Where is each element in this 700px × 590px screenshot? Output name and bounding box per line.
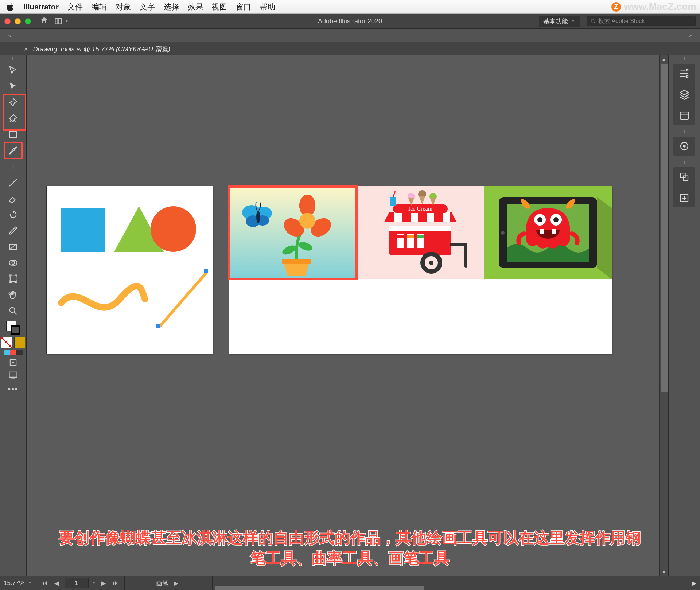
asset-export-icon[interactable] bbox=[678, 191, 691, 204]
orange-circle-shape bbox=[151, 206, 196, 252]
panel-grip[interactable] bbox=[677, 57, 692, 60]
window-zoom-button[interactable] bbox=[25, 18, 31, 24]
panel-grip[interactable] bbox=[6, 57, 20, 60]
svg-rect-45 bbox=[407, 235, 414, 238]
zoom-value: 15.77% bbox=[4, 579, 25, 587]
stroke-swatch[interactable] bbox=[11, 325, 20, 335]
home-button[interactable] bbox=[40, 16, 48, 27]
app-menu[interactable]: Illustrator bbox=[23, 3, 59, 11]
window-close-button[interactable] bbox=[4, 18, 11, 24]
eyedropper-tool[interactable] bbox=[4, 223, 22, 239]
line-segment-tool[interactable] bbox=[4, 175, 22, 191]
svg-rect-64 bbox=[680, 112, 689, 119]
svg-rect-67 bbox=[681, 173, 685, 178]
vertical-scrollbar[interactable]: ▲ ▼ bbox=[659, 55, 668, 576]
canvas[interactable]: Ice Cream bbox=[27, 55, 668, 576]
window-controls bbox=[4, 18, 31, 24]
artboard-index-input[interactable] bbox=[65, 578, 89, 588]
zoom-control[interactable]: 15.77% bbox=[0, 576, 36, 590]
select-menu[interactable]: 选择 bbox=[164, 2, 179, 12]
svg-point-59 bbox=[553, 217, 559, 222]
panel-grip[interactable] bbox=[677, 161, 692, 164]
apple-menu-icon[interactable] bbox=[7, 3, 15, 11]
scroll-right-button[interactable]: ▶ bbox=[688, 576, 700, 590]
layers-icon[interactable] bbox=[678, 88, 691, 101]
svg-point-2 bbox=[591, 19, 594, 22]
tools-panel: 曲率工具 (Shift+`) ••• bbox=[0, 55, 27, 576]
eraser-tool[interactable] bbox=[4, 191, 22, 207]
stock-search-input[interactable]: 搜索 Adobe Stock bbox=[587, 16, 696, 26]
file-menu[interactable]: 文件 bbox=[67, 2, 83, 12]
scroll-thumb[interactable] bbox=[661, 64, 668, 392]
panel-grip[interactable] bbox=[677, 130, 692, 133]
artboards-icon[interactable] bbox=[678, 170, 691, 183]
thumbnail-monster bbox=[484, 186, 612, 279]
toolbar-collapse-left[interactable]: « bbox=[3, 29, 16, 42]
svg-rect-8 bbox=[10, 276, 16, 282]
dock-group-1 bbox=[673, 64, 695, 125]
rectangle-tool[interactable]: 曲率工具 (Shift+`) bbox=[4, 126, 22, 142]
prev-artboard-button[interactable]: ◀ bbox=[52, 579, 62, 587]
screen-mode-button[interactable] bbox=[8, 370, 18, 380]
scroll-down-button[interactable]: ▼ bbox=[660, 567, 668, 576]
svg-point-29 bbox=[256, 210, 260, 223]
edit-toolbar-button[interactable]: ••• bbox=[8, 384, 18, 394]
artboard-tool[interactable] bbox=[4, 271, 22, 287]
tool-label-menu[interactable]: ▶ bbox=[171, 579, 181, 587]
none-swatch[interactable] bbox=[1, 337, 12, 348]
gradient-tool[interactable] bbox=[4, 239, 22, 255]
current-tool-label[interactable]: 画笔 ▶ bbox=[125, 576, 213, 590]
scroll-up-button[interactable]: ▲ bbox=[660, 55, 668, 64]
svg-text:Ice Cream: Ice Cream bbox=[408, 206, 433, 212]
search-placeholder: 搜索 Adobe Stock bbox=[598, 17, 645, 25]
direct-selection-tool[interactable] bbox=[4, 78, 22, 94]
workspace-switcher[interactable]: 基本功能 bbox=[539, 16, 580, 27]
svg-rect-15 bbox=[282, 259, 311, 264]
type-tool[interactable] bbox=[4, 159, 22, 175]
color-swatch[interactable] bbox=[14, 337, 25, 348]
panel-collapse-right[interactable]: » bbox=[684, 29, 697, 42]
color-controls: ••• bbox=[1, 321, 25, 394]
first-artboard-button[interactable]: ⏮ bbox=[40, 579, 49, 587]
edit-menu[interactable]: 编辑 bbox=[92, 2, 107, 12]
document-tab-label[interactable]: Drawing_tools.ai @ 15.77% (CMYK/GPU 预览) bbox=[33, 45, 170, 54]
last-artboard-button[interactable]: ⏭ bbox=[111, 579, 121, 587]
svg-rect-47 bbox=[417, 235, 424, 238]
libraries-icon[interactable] bbox=[678, 109, 691, 122]
object-menu[interactable]: 对象 bbox=[116, 2, 131, 12]
fill-stroke-control[interactable] bbox=[6, 321, 20, 335]
appearance-icon[interactable] bbox=[678, 140, 691, 153]
pen-tool[interactable] bbox=[4, 94, 22, 110]
shape-builder-tool[interactable] bbox=[4, 255, 22, 271]
svg-point-50 bbox=[429, 261, 433, 265]
diagonal-line-shape bbox=[154, 266, 213, 332]
arrange-documents-button[interactable] bbox=[54, 17, 69, 25]
draw-mode-button[interactable] bbox=[8, 357, 18, 368]
next-artboard-button[interactable]: ▶ bbox=[99, 579, 108, 587]
view-menu[interactable]: 视图 bbox=[212, 2, 227, 12]
document-tab-close[interactable]: × bbox=[24, 46, 28, 53]
svg-rect-43 bbox=[397, 235, 404, 238]
scroll-thumb[interactable] bbox=[215, 586, 424, 590]
properties-icon[interactable] bbox=[678, 67, 691, 80]
zoom-tool[interactable] bbox=[4, 303, 22, 319]
workspace-label: 基本功能 bbox=[543, 17, 568, 26]
curvature-tool[interactable] bbox=[4, 110, 22, 126]
window-menu[interactable]: 窗口 bbox=[236, 2, 251, 12]
hand-tool[interactable] bbox=[4, 287, 22, 303]
selection-tool[interactable] bbox=[4, 62, 22, 78]
svg-rect-0 bbox=[55, 19, 58, 24]
effect-menu[interactable]: 效果 bbox=[188, 2, 203, 12]
yellow-wavy-line bbox=[58, 277, 149, 321]
help-menu[interactable]: 帮助 bbox=[260, 2, 275, 12]
svg-rect-63 bbox=[686, 75, 688, 77]
type-menu[interactable]: 文字 bbox=[140, 2, 155, 12]
svg-rect-51 bbox=[390, 197, 396, 206]
window-minimize-button[interactable] bbox=[15, 18, 21, 24]
svg-rect-68 bbox=[684, 176, 688, 181]
color-mode-chips[interactable] bbox=[4, 350, 23, 355]
rotate-tool[interactable] bbox=[4, 207, 22, 223]
status-bar: 15.77% ⏮ ◀ ▶ ⏭ 画笔 ▶ ▶ bbox=[0, 576, 700, 590]
right-panel-dock bbox=[668, 55, 700, 576]
paintbrush-tool[interactable] bbox=[4, 142, 22, 159]
